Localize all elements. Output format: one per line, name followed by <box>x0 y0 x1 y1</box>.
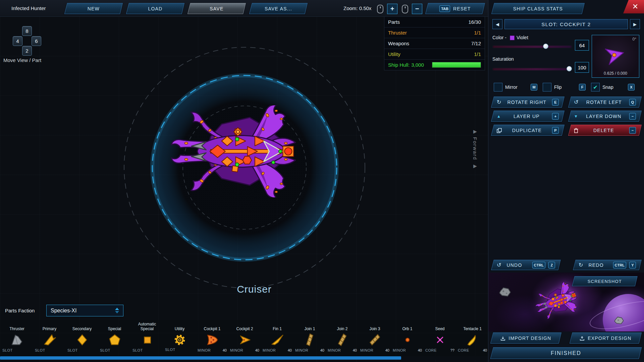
part-item-join-2[interactable]: Join 2 MINOR40 <box>326 320 359 356</box>
part-cost: 40 <box>320 348 324 352</box>
join-3-part-icon[interactable] <box>359 331 391 348</box>
part-slot-type: CORE <box>425 348 437 352</box>
mirror-key-badge: M <box>531 84 537 90</box>
part-slot-type: MINOR <box>393 348 406 352</box>
delete-key-badge: − <box>629 127 636 134</box>
part-item-special[interactable]: Special SLOT <box>98 320 131 356</box>
rotate-left-button[interactable]: ↺ ROTATE LEFT Q <box>568 97 642 108</box>
stat-label: Utility <box>388 51 400 57</box>
rotate-right-button[interactable]: ↻ ROTATE RIGHT E <box>491 97 565 108</box>
finished-button[interactable]: FINISHED <box>490 347 642 359</box>
close-button[interactable]: ✕ <box>623 0 644 13</box>
rotate-left-key-badge: Q <box>629 99 636 106</box>
part-item-cockpit-1[interactable]: Cockpit 1 MINOR40 <box>196 320 228 356</box>
tentacle-1-part-icon[interactable] <box>456 331 488 348</box>
parts-scrollbar-thumb[interactable] <box>0 356 401 360</box>
part-editor-panel: SHIP CLASS STATS ✕ ◀ SLOT: COCKPIT 2 ▶ C… <box>488 0 644 362</box>
import-design-button[interactable]: IMPORT DESIGN <box>490 333 561 344</box>
ship-class-stats-button[interactable]: SHIP CLASS STATS <box>491 3 585 14</box>
part-name: Utility <box>163 320 196 331</box>
secondary-part-icon[interactable] <box>66 331 98 348</box>
part-item-utility[interactable]: Utility SLOT <box>163 320 196 356</box>
chevron-right-icon: ▶ <box>633 22 637 27</box>
zoom-in-button[interactable]: + <box>387 4 397 14</box>
part-name: Cockpit 1 <box>196 320 228 331</box>
part-item-secondary[interactable]: Secondary SLOT <box>66 320 98 356</box>
delete-button[interactable]: DELETE − <box>568 125 642 136</box>
part-item-orb-1[interactable]: Orb 1 MINOR40 <box>391 320 424 356</box>
utility-part-icon[interactable] <box>163 331 196 348</box>
part-slot-type: MINOR <box>198 348 211 352</box>
seed-part-icon[interactable] <box>424 331 456 348</box>
color-slider[interactable] <box>492 44 572 49</box>
part-cost: 40 <box>255 348 259 352</box>
part-name: Secondary <box>66 320 98 331</box>
mouse-scroll-icon <box>402 5 408 13</box>
join-2-part-icon[interactable] <box>326 331 359 348</box>
layer-down-icon: ▼ <box>574 114 578 118</box>
part-name: Tentacle 1 <box>456 320 488 331</box>
cockpit-2-part-icon[interactable] <box>228 331 261 348</box>
color-slider-handle[interactable] <box>543 44 548 49</box>
parts-scrollbar[interactable] <box>0 356 488 360</box>
part-item-automatic-special[interactable]: Automatic Special SLOT <box>131 320 163 356</box>
copy-icon <box>497 128 502 133</box>
join-1-part-icon[interactable] <box>293 331 326 348</box>
asteroid-graphic <box>498 286 512 298</box>
prev-slot-button[interactable]: ◀ <box>492 19 502 29</box>
undo-button[interactable]: ↺ UNDO CTRL Z <box>491 260 561 270</box>
part-slot-type: SLOT <box>2 348 13 352</box>
new-button[interactable]: NEW <box>64 3 123 14</box>
part-cost: 40 <box>385 348 389 352</box>
part-item-cockpit-2[interactable]: Cockpit 2 MINOR40 <box>228 320 261 356</box>
part-item-join-1[interactable]: Join 1 MINOR40 <box>293 320 326 356</box>
load-button[interactable]: LOAD <box>126 3 184 14</box>
snap-checkbox[interactable]: ✔ <box>591 83 600 92</box>
zoom-out-button[interactable]: − <box>412 4 422 14</box>
part-item-tentacle-1[interactable]: Tentacle 1 CORE40 <box>456 320 488 356</box>
move-down-key-hint: 2 <box>22 46 32 56</box>
export-design-button[interactable]: EXPORT DESIGN <box>570 333 642 344</box>
cockpit-1-part-icon[interactable] <box>196 331 228 348</box>
save-button[interactable]: SAVE <box>187 3 246 14</box>
part-item-fin-1[interactable]: Fin 1 MINOR40 <box>261 320 293 356</box>
color-name: Violet <box>517 35 528 40</box>
undo-icon: ↺ <box>497 262 502 268</box>
orb-1-part-icon[interactable] <box>391 331 424 348</box>
ship-design[interactable] <box>171 105 318 197</box>
saturation-slider-handle[interactable] <box>567 66 572 71</box>
rotate-left-icon: ↺ <box>574 100 579 105</box>
flip-checkbox[interactable] <box>543 83 551 92</box>
primary-part-icon[interactable] <box>33 331 66 348</box>
saturation-value-box[interactable]: 100 <box>575 62 589 73</box>
screenshot-button[interactable]: SCREENSHOT <box>572 276 637 286</box>
automatic-special-part-icon[interactable] <box>131 331 163 348</box>
part-cost: 40 <box>353 348 357 352</box>
layer-up-button[interactable]: ▲ LAYER UP + <box>491 111 565 122</box>
saturation-slider[interactable] <box>492 66 572 71</box>
stat-label: Weapons <box>388 41 409 46</box>
import-icon <box>500 336 505 341</box>
hull-value: 3,000 <box>411 62 424 68</box>
duplicate-button[interactable]: DUPLICATE P <box>491 125 565 136</box>
part-item-seed[interactable]: Seed CORE?? <box>424 320 456 356</box>
save-as-button[interactable]: SAVE AS... <box>249 3 308 14</box>
mirror-checkbox[interactable] <box>494 83 502 92</box>
next-slot-button[interactable]: ▶ <box>630 19 640 29</box>
stat-row-utility: Utility 1/1 <box>384 49 485 59</box>
redo-button[interactable]: ↻ REDO CTRL Y <box>573 260 642 270</box>
part-item-join-3[interactable]: Join 3 MINOR40 <box>359 320 391 356</box>
flip-option: Flip F <box>543 83 586 92</box>
stat-row-weapons: Weapons 7/12 <box>384 38 485 49</box>
part-item-primary[interactable]: Primary SLOT <box>33 320 66 356</box>
part-name: Cockpit 2 <box>228 320 261 331</box>
layer-down-button[interactable]: ▼ LAYER DOWN − <box>568 111 642 122</box>
parts-faction-dropdown[interactable]: Species-XI <box>46 305 123 316</box>
part-item-thruster[interactable]: Thruster SLOT <box>1 320 33 356</box>
thruster-part-icon[interactable] <box>1 331 33 348</box>
part-slot-type: CORE <box>458 348 469 352</box>
reset-view-button[interactable]: TAB RESET <box>425 3 485 14</box>
color-value-box[interactable]: 64 <box>575 40 589 51</box>
fin-1-part-icon[interactable] <box>261 331 293 348</box>
special-part-icon[interactable] <box>98 331 131 348</box>
